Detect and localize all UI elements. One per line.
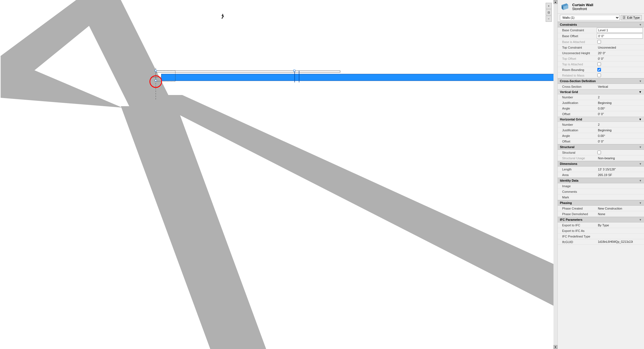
section-ifc-parameters[interactable]: IFC Parameters ▼ bbox=[558, 217, 644, 222]
prop-hgrid-angle-value: 0.00° bbox=[597, 134, 644, 138]
prop-cross-section: Cross-Section Vertical bbox=[558, 84, 644, 89]
collapse-identity-data-icon: ▼ bbox=[639, 179, 642, 182]
prop-top-offset-label: Top Offset bbox=[558, 56, 597, 61]
collapse-phasing-icon: ▼ bbox=[639, 201, 642, 205]
section-identity-data[interactable]: Identity Data ▼ bbox=[558, 178, 644, 183]
prop-top-is-attached-label: Top is Attached bbox=[558, 62, 597, 67]
prop-ifc-predefined-type-label: IFC Predefined Type bbox=[558, 234, 597, 239]
panel-header: Curtain Wall Storefront bbox=[558, 0, 644, 14]
prop-vgrid-justification-value: Beginning bbox=[597, 101, 644, 105]
prop-room-bounding-checkbox[interactable] bbox=[597, 68, 601, 72]
zoom-out-button[interactable]: − bbox=[546, 16, 552, 22]
prop-top-constraint-value: Unconnected bbox=[597, 45, 644, 50]
prop-vgrid-offset-value: 0' 0" bbox=[597, 112, 644, 116]
prop-related-to-mass-label: Related to Mass bbox=[558, 73, 597, 78]
canvas-svg bbox=[0, 0, 557, 349]
prop-related-to-mass-checkbox[interactable] bbox=[597, 73, 601, 77]
prop-cross-section-value: Vertical bbox=[597, 84, 644, 89]
prop-hgrid-number-label: Number bbox=[558, 122, 597, 127]
prop-top-is-attached: Top is Attached bbox=[558, 61, 644, 67]
prop-export-to-ifc-value: By Type bbox=[597, 223, 644, 227]
svg-rect-17 bbox=[294, 70, 295, 72]
prop-ifc-guid-value: 1d18inL6H6WQp_G213z2Jt bbox=[597, 240, 644, 244]
section-structural[interactable]: Structural ▼ bbox=[558, 144, 644, 150]
prop-base-is-attached-checkbox[interactable] bbox=[597, 40, 601, 44]
prop-cross-section-label: Cross-Section bbox=[558, 84, 597, 89]
prop-export-to-ifc-as-label: Export to IFC As bbox=[558, 229, 597, 233]
canvas-area[interactable]: + ⊡ − ▲ ▼ bbox=[0, 0, 557, 349]
prop-phase-demolished-label: Phase Demolished bbox=[558, 212, 597, 216]
prop-vgrid-offset: Offset 0' 0" bbox=[558, 111, 644, 117]
prop-vgrid-offset-label: Offset bbox=[558, 112, 597, 116]
scroll-track[interactable] bbox=[553, 4, 557, 345]
prop-vgrid-number: Number 2 bbox=[558, 94, 644, 100]
prop-area-label: Area bbox=[558, 173, 597, 177]
prop-top-offset-value: 0' 0" bbox=[597, 56, 644, 61]
prop-vgrid-number-label: Number bbox=[558, 95, 597, 99]
prop-structural-checkbox[interactable] bbox=[597, 151, 601, 154]
prop-hgrid-number: Number 2 bbox=[558, 122, 644, 127]
prop-base-offset-value[interactable] bbox=[597, 34, 643, 39]
prop-hgrid-angle: Angle 0.00° bbox=[558, 133, 644, 139]
collapse-horizontal-grid-icon: ▼ bbox=[639, 118, 642, 121]
collapse-dimensions-icon: ▼ bbox=[639, 162, 642, 165]
walls-select[interactable]: Walls (1) bbox=[560, 15, 620, 20]
section-horizontal-grid[interactable]: Horizontal Grid ▼ bbox=[558, 117, 644, 122]
section-constraints[interactable]: Constraints ▼ bbox=[558, 22, 644, 27]
section-vertical-grid-label: Vertical Grid bbox=[560, 90, 578, 94]
section-vertical-grid[interactable]: Vertical Grid ▼ bbox=[558, 89, 644, 94]
prop-hgrid-justification-value: Beginning bbox=[597, 128, 644, 132]
prop-ifc-guid: IfcGUID 1d18inL6H6WQp_G213z2Jt bbox=[558, 239, 644, 245]
prop-hgrid-justification: Justification Beginning bbox=[558, 127, 644, 133]
section-cross-section[interactable]: Cross-Section Definition ▼ bbox=[558, 78, 644, 84]
prop-phase-demolished: Phase Demolished None bbox=[558, 211, 644, 217]
collapse-vertical-grid-icon: ▼ bbox=[639, 90, 642, 94]
canvas-scrollbar[interactable]: ▲ ▼ bbox=[553, 0, 557, 349]
prop-base-constraint: Base Constraint bbox=[558, 27, 644, 33]
zoom-in-button[interactable]: + bbox=[546, 3, 552, 9]
panel-content[interactable]: Constraints ▼ Base Constraint Base Offse… bbox=[558, 22, 644, 349]
section-dimensions-label: Dimensions bbox=[560, 162, 577, 165]
nav-controls: + ⊡ − bbox=[546, 3, 552, 22]
scroll-down-button[interactable]: ▼ bbox=[553, 345, 557, 349]
prop-comments: Comments bbox=[558, 189, 644, 194]
prop-unconnected-height-label: Unconnected Height bbox=[558, 51, 597, 55]
prop-room-bounding-label: Room Bounding bbox=[558, 68, 597, 72]
wall-type-icon bbox=[560, 2, 570, 12]
svg-rect-15 bbox=[155, 70, 157, 72]
prop-base-constraint-value[interactable] bbox=[597, 28, 643, 33]
prop-export-to-ifc-label: Export to IFC bbox=[558, 223, 597, 227]
prop-ifc-predefined-type-value bbox=[597, 236, 644, 237]
edit-type-label: Edit Type bbox=[627, 16, 640, 19]
section-dimensions[interactable]: Dimensions ▼ bbox=[558, 161, 644, 167]
section-ifc-parameters-label: IFC Parameters bbox=[560, 218, 583, 221]
collapse-constraints-icon: ▼ bbox=[639, 23, 642, 26]
prop-vgrid-justification-label: Justification bbox=[558, 101, 597, 105]
scroll-up-button[interactable]: ▲ bbox=[553, 0, 557, 4]
prop-mark-value bbox=[597, 197, 644, 198]
prop-length-label: Length bbox=[558, 167, 597, 172]
prop-hgrid-offset-label: Offset bbox=[558, 139, 597, 144]
prop-top-is-attached-checkbox[interactable] bbox=[597, 62, 601, 66]
prop-phase-demolished-value: None bbox=[597, 212, 644, 216]
prop-ifc-predefined-type: IFC Predefined Type bbox=[558, 234, 644, 239]
edit-type-button[interactable]: Edit Type bbox=[621, 15, 642, 20]
prop-hgrid-offset: Offset 0' 0" bbox=[558, 139, 644, 144]
prop-structural-usage-value: Non-bearing bbox=[597, 156, 644, 160]
wall-type-name-line1: Curtain Wall bbox=[572, 3, 593, 7]
prop-base-offset-label: Base Offset bbox=[558, 34, 597, 38]
section-horizontal-grid-label: Horizontal Grid bbox=[560, 118, 582, 121]
prop-phase-created: Phase Created New Construction bbox=[558, 206, 644, 211]
prop-phase-created-label: Phase Created bbox=[558, 206, 597, 211]
wall-type-name-line2: Storefront bbox=[572, 7, 593, 11]
section-structural-label: Structural bbox=[560, 145, 574, 149]
prop-area: Area 265.19 SF bbox=[558, 172, 644, 178]
zoom-to-fit-button[interactable]: ⊡ bbox=[546, 9, 552, 15]
prop-comments-value bbox=[597, 191, 644, 192]
prop-structural-label: Structural bbox=[558, 150, 597, 155]
edit-type-icon bbox=[623, 16, 626, 19]
section-phasing[interactable]: Phasing ▼ bbox=[558, 200, 644, 206]
wall-title-block: Curtain Wall Storefront bbox=[572, 3, 593, 11]
prop-vgrid-angle: Angle 0.00° bbox=[558, 106, 644, 111]
prop-vgrid-justification: Justification Beginning bbox=[558, 100, 644, 106]
